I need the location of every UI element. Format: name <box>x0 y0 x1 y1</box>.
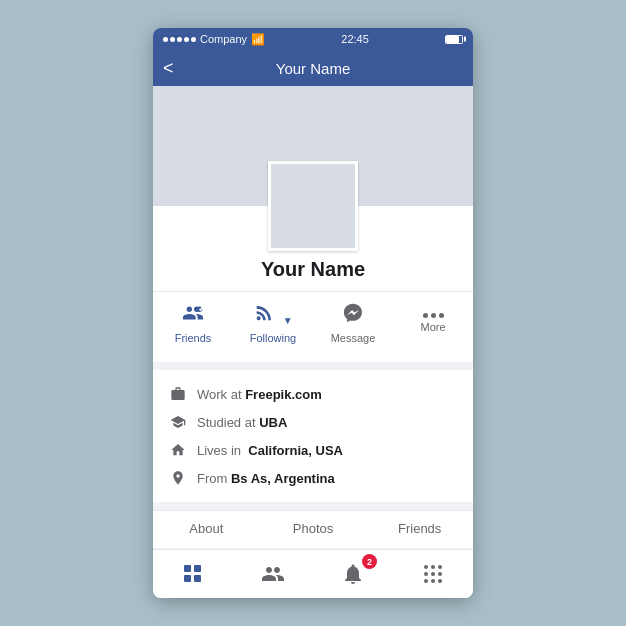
location-info: Lives in California, USA <box>169 436 457 464</box>
wifi-icon: 📶 <box>251 33 265 46</box>
bottom-apps-button[interactable] <box>413 558 453 590</box>
signal-dots <box>163 37 196 42</box>
nav-title: Your Name <box>187 60 439 77</box>
graduation-icon <box>169 413 187 431</box>
from-info: From Bs As, Argentina <box>169 464 457 492</box>
location-text: Lives in California, USA <box>197 443 343 458</box>
svg-point-11 <box>424 579 428 583</box>
svg-point-9 <box>431 572 435 576</box>
svg-point-6 <box>431 565 435 569</box>
phone-frame: Company 📶 22:45 < Your Name Your Name <box>153 28 473 598</box>
action-buttons: Friends ▼ Following Mess <box>153 291 473 350</box>
svg-point-12 <box>431 579 435 583</box>
home-icon <box>169 441 187 459</box>
back-button[interactable]: < <box>163 58 187 79</box>
svg-point-10 <box>438 572 442 576</box>
following-dropdown-arrow: ▼ <box>283 315 293 326</box>
svg-rect-4 <box>194 575 201 582</box>
svg-rect-2 <box>184 575 191 582</box>
bottom-nav: 2 <box>153 549 473 598</box>
status-bar: Company 📶 22:45 <box>153 28 473 50</box>
profile-tabs: About Photos Friends <box>153 510 473 548</box>
more-button[interactable]: More <box>393 313 473 333</box>
friends-label: Friends <box>175 332 212 344</box>
message-button[interactable]: Message <box>313 302 393 344</box>
following-icon: ▼ <box>253 302 292 329</box>
pin-icon <box>169 469 187 487</box>
from-text: From Bs As, Argentina <box>197 471 335 486</box>
work-info: Work at Freepik.com <box>169 380 457 408</box>
following-label: Following <box>250 332 296 344</box>
svg-rect-3 <box>194 565 201 572</box>
tab-friends[interactable]: Friends <box>366 511 473 548</box>
more-label: More <box>420 321 445 333</box>
svg-point-8 <box>424 572 428 576</box>
message-label: Message <box>331 332 376 344</box>
tab-photos[interactable]: Photos <box>260 511 367 548</box>
battery-icon <box>445 35 463 44</box>
tab-about[interactable]: About <box>153 511 260 548</box>
time-display: 22:45 <box>341 33 369 45</box>
svg-point-13 <box>438 579 442 583</box>
carrier-label: Company <box>200 33 247 45</box>
friends-icon <box>182 302 204 329</box>
status-left: Company 📶 <box>163 33 265 46</box>
avatar <box>268 161 358 251</box>
profile-section: Your Name Friends <box>153 206 473 362</box>
more-icon <box>423 313 444 318</box>
svg-point-7 <box>438 565 442 569</box>
work-text: Work at Freepik.com <box>197 387 322 402</box>
study-info: Studied at UBA <box>169 408 457 436</box>
nav-bar: < Your Name <box>153 50 473 86</box>
notification-badge: 2 <box>362 554 377 569</box>
briefcase-icon <box>169 385 187 403</box>
bottom-people-button[interactable] <box>253 558 293 590</box>
svg-rect-1 <box>184 565 191 572</box>
study-text: Studied at UBA <box>197 415 287 430</box>
info-section: Work at Freepik.com Studied at UBA Lives… <box>153 370 473 502</box>
message-icon <box>342 302 364 329</box>
bottom-home-button[interactable] <box>173 558 213 590</box>
following-button[interactable]: ▼ Following <box>233 302 313 344</box>
svg-point-5 <box>424 565 428 569</box>
bottom-notifications-button[interactable]: 2 <box>333 558 373 590</box>
profile-name: Your Name <box>261 258 365 281</box>
friends-button[interactable]: Friends <box>153 302 233 344</box>
